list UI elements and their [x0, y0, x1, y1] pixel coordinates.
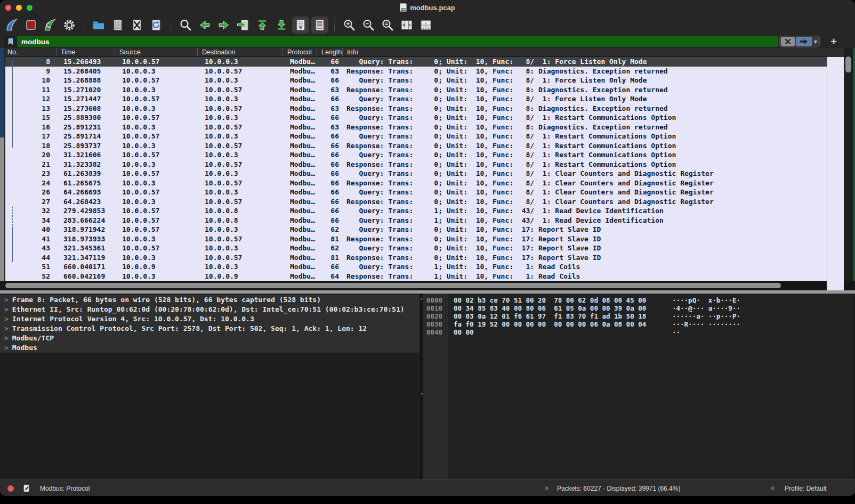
hex-bytes: 00 00 — [448, 328, 657, 336]
zoom-out-icon[interactable] — [360, 17, 377, 34]
packet-row[interactable]: 18 25.893737 10.0.0.3 10.0.0.57 Modbu… 6… — [5, 141, 827, 151]
column-header-no[interactable]: No. — [5, 48, 56, 56]
packet-row[interactable]: 52 660.042169 10.0.0.3 10.0.0.9 Modbu… 6… — [5, 272, 827, 281]
column-header-protocol[interactable]: Protocol — [283, 48, 317, 56]
hex-row[interactable]: 0000 00 02 b3 ce 70 51 00 20 78 00 62 0d… — [423, 296, 853, 304]
packet-length: 66 — [317, 150, 342, 160]
hex-row[interactable]: 0010 00 34 85 83 40 00 80 06 61 05 0a 00… — [423, 304, 853, 312]
open-file-icon[interactable] — [90, 17, 107, 34]
detail-tree-row[interactable]: >Internet Protocol Version 4, Src: 10.0.… — [0, 314, 420, 324]
lower-panes: >Frame 8: Packet, 66 bytes on wire (528 … — [0, 294, 855, 479]
expand-chevron-icon[interactable]: > — [0, 324, 12, 332]
previous-packet-icon[interactable] — [196, 17, 213, 34]
filter-apply-button[interactable] — [796, 37, 812, 46]
column-header-time[interactable]: Time — [56, 48, 115, 56]
packet-row[interactable]: 10 15.268888 10.0.0.57 10.0.0.3 Modbu… 6… — [5, 76, 827, 85]
go-to-packet-icon[interactable] — [235, 17, 252, 34]
packet-row[interactable]: 32 279.429853 10.0.0.57 10.0.0.8 Modbu… … — [5, 206, 827, 216]
packet-length: 81 — [317, 253, 342, 263]
add-filter-button[interactable]: + — [827, 35, 840, 48]
detail-tree-row[interactable]: >Frame 8: Packet, 66 bytes on wire (528 … — [0, 295, 420, 305]
restart-capture-icon[interactable] — [42, 17, 59, 34]
last-packet-icon[interactable] — [273, 17, 290, 34]
expand-chevron-icon[interactable]: > — [0, 315, 12, 323]
detail-tree-row[interactable]: >Modbus — [0, 343, 420, 353]
detail-tree-row[interactable]: >Ethernet II, Src: Runtop_00:62:0d (00:2… — [0, 305, 420, 314]
packet-list-horizontal-scrollbar[interactable] — [0, 281, 855, 290]
pane-divider[interactable] — [420, 294, 423, 479]
detail-tree-row[interactable]: >Modbus/TCP — [0, 334, 420, 343]
column-header-destination[interactable]: Destination — [197, 48, 283, 56]
packet-info: Response: Trans: 0; Unit: 10, Func: 8/ 1… — [342, 160, 676, 169]
resize-columns-icon[interactable] — [398, 17, 415, 34]
colorize-packets-icon[interactable] — [311, 17, 328, 34]
packet-destination: 10.0.0.3 — [197, 76, 283, 85]
capture-options-icon[interactable] — [61, 17, 78, 34]
expert-info-icon[interactable] — [7, 485, 14, 492]
packet-row[interactable]: 11 15.271020 10.0.0.3 10.0.0.57 Modbu… 6… — [5, 85, 827, 95]
packet-row[interactable]: 23 61.263839 10.0.0.57 10.0.0.3 Modbu… 6… — [5, 169, 827, 178]
packet-destination: 10.0.0.3 — [197, 225, 283, 234]
packet-row[interactable]: 21 31.323382 10.0.0.3 10.0.0.57 Modbu… 6… — [5, 160, 827, 169]
packet-row[interactable]: 43 321.345361 10.0.0.57 10.0.0.3 Modbu… … — [5, 243, 827, 253]
save-file-icon[interactable]: 010101100011 — [109, 17, 126, 34]
hex-row[interactable]: 0020 00 03 0a 12 01 f6 61 97 f1 83 70 f1… — [423, 312, 853, 320]
start-capture-icon[interactable] — [3, 17, 20, 34]
packet-row[interactable]: 12 15.271447 10.0.0.57 10.0.0.3 Modbu… 6… — [5, 94, 827, 104]
packet-destination: 10.0.0.57 — [197, 234, 283, 244]
scrollbar-thumb[interactable] — [5, 283, 781, 288]
expand-chevron-icon[interactable]: > — [0, 296, 12, 304]
packet-row[interactable]: 44 321.347119 10.0.0.3 10.0.0.57 Modbu… … — [5, 253, 827, 263]
hex-row[interactable]: 0040 00 00 ·· — [423, 328, 853, 336]
first-packet-icon[interactable] — [254, 17, 271, 34]
hex-row[interactable]: 0030 fa f0 19 52 00 00 00 00 00 00 00 06… — [423, 320, 853, 328]
hex-bytes: 00 02 b3 ce 70 51 00 20 78 00 62 0d 08 0… — [448, 296, 657, 304]
display-filter-field[interactable] — [4, 36, 778, 47]
packet-row[interactable]: 40 318.971942 10.0.0.57 10.0.0.3 Modbu… … — [5, 225, 827, 234]
packet-info: Query: Trans: 0; Unit: 10, Func: 8/ 1: F… — [342, 94, 647, 104]
detail-tree-row[interactable]: >Transmission Control Protocol, Src Port… — [0, 324, 420, 334]
filter-bookmark-button[interactable] — [4, 36, 17, 47]
packet-row[interactable]: 26 64.266693 10.0.0.57 10.0.0.3 Modbu… 6… — [5, 188, 827, 197]
find-packet-icon[interactable] — [177, 17, 194, 34]
layout-icon[interactable]: 123 — [417, 17, 434, 34]
packet-no: 24 — [5, 178, 56, 188]
close-file-icon[interactable] — [128, 17, 146, 34]
packet-row[interactable]: 20 31.321606 10.0.0.57 10.0.0.3 Modbu… 6… — [5, 150, 827, 160]
packet-row[interactable]: 41 318.973933 10.0.0.3 10.0.0.57 Modbu… … — [5, 234, 827, 244]
packet-length: 63 — [317, 85, 342, 95]
packet-source: 10.0.0.3 — [115, 123, 197, 132]
packet-row[interactable]: 9 15.268405 10.0.0.3 10.0.0.57 Modbu… 63… — [5, 67, 827, 76]
expand-chevron-icon[interactable]: > — [0, 305, 12, 313]
stop-capture-icon[interactable] — [22, 17, 39, 34]
packet-row[interactable]: 17 25.891714 10.0.0.57 10.0.0.3 Modbu… 6… — [5, 132, 827, 141]
packet-row[interactable]: 16 25.891231 10.0.0.3 10.0.0.57 Modbu… 6… — [5, 123, 827, 132]
reload-file-icon[interactable] — [148, 17, 165, 34]
zoom-in-icon[interactable] — [341, 17, 358, 34]
column-header-length[interactable]: Length — [317, 48, 342, 56]
column-header-info[interactable]: Info — [342, 48, 844, 56]
capture-comment-icon[interactable] — [22, 484, 30, 494]
auto-scroll-icon[interactable] — [292, 17, 309, 34]
packet-row[interactable]: 15 25.889380 10.0.0.57 10.0.0.3 Modbu… 6… — [5, 113, 827, 123]
packet-destination: 10.0.0.3 — [197, 57, 283, 67]
packet-row[interactable]: 24 61.265675 10.0.0.3 10.0.0.57 Modbu… 6… — [5, 178, 827, 188]
packet-row[interactable]: 13 15.273608 10.0.0.3 10.0.0.57 Modbu… 6… — [5, 104, 827, 113]
packet-row[interactable]: 27 64.268423 10.0.0.3 10.0.0.57 Modbu… 6… — [5, 197, 827, 207]
display-filter-input[interactable] — [17, 38, 778, 46]
next-packet-icon[interactable] — [215, 17, 232, 34]
packet-row[interactable]: 51 660.040171 10.0.0.9 10.0.0.3 Modbu… 6… — [5, 262, 827, 272]
status-profile[interactable]: Profile: Default — [785, 485, 827, 492]
scrollbar-thumb[interactable] — [845, 56, 851, 72]
chevron-down-icon[interactable]: ▼ — [813, 39, 818, 45]
filter-clear-button[interactable] — [781, 37, 795, 46]
packet-row[interactable]: 34 283.666224 10.0.0.57 10.0.0.8 Modbu… … — [5, 216, 827, 225]
packet-list-vertical-scrollbar[interactable] — [844, 48, 853, 281]
expand-chevron-icon[interactable]: > — [0, 344, 12, 352]
packet-list-filler-column — [827, 57, 844, 281]
expand-chevron-icon[interactable]: > — [0, 334, 12, 342]
zoom-reset-icon[interactable] — [379, 17, 396, 34]
packet-length: 66 — [317, 216, 342, 225]
packet-row[interactable]: 8 15.266493 10.0.0.57 10.0.0.3 Modbu… 66… — [5, 57, 827, 67]
column-header-source[interactable]: Source — [115, 48, 197, 56]
